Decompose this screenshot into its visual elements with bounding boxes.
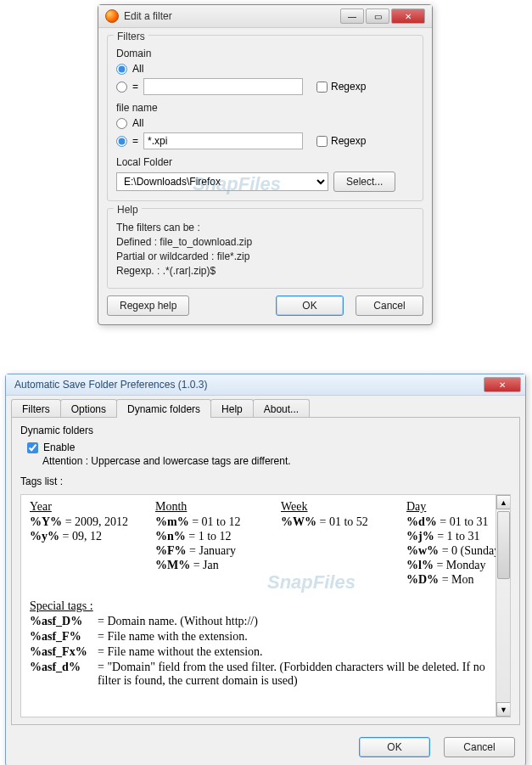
domain-all-label: All xyxy=(132,63,143,75)
tab-options[interactable]: Options xyxy=(60,399,117,418)
help-line: Partial or wildcarded : file*.zip xyxy=(116,250,414,262)
tab-panel: Dynamic folders Enable Attention : Upper… xyxy=(11,417,520,725)
select-folder-button[interactable]: Select... xyxy=(333,172,395,192)
enable-checkbox[interactable] xyxy=(27,442,38,453)
domain-label: Domain xyxy=(116,48,414,59)
regexp-help-button[interactable]: Regexp help xyxy=(107,295,189,316)
domain-all-radio[interactable] xyxy=(116,64,127,75)
filename-equals-radio[interactable] xyxy=(116,136,127,147)
year-column: Year %Y% = 2009, 2012 %y% = 09, 12 xyxy=(30,500,140,588)
section-label: Dynamic folders xyxy=(20,425,511,436)
domain-regexp-label: Regexp xyxy=(331,81,366,93)
titlebar: Edit a filter — ▭ ✕ xyxy=(98,5,432,28)
filename-input[interactable] xyxy=(143,132,303,149)
close-button[interactable]: ✕ xyxy=(484,377,521,392)
maximize-button[interactable]: ▭ xyxy=(366,8,389,24)
tagslist-label: Tags list : xyxy=(20,475,511,487)
cancel-button[interactable]: Cancel xyxy=(356,295,423,316)
month-column: Month %m% = 01 to 12 %n% = 1 to 12 %F% =… xyxy=(155,500,266,588)
enable-label: Enable xyxy=(43,442,75,453)
minimize-button[interactable]: — xyxy=(340,8,364,24)
help-group-title: Help xyxy=(114,204,142,216)
year-header: Year xyxy=(30,500,140,514)
tab-help[interactable]: Help xyxy=(210,399,254,418)
help-line: Regexp. : .*(.rar|.zip)$ xyxy=(116,265,414,277)
tabs: Filters Options Dynamic folders Help Abo… xyxy=(6,396,525,418)
special-tags-header: Special tags : xyxy=(30,599,501,613)
filters-group: SnapFiles Filters Domain All = Regexp xyxy=(107,35,423,201)
domain-regexp-checkbox[interactable] xyxy=(316,82,328,93)
week-header: Week xyxy=(281,500,391,514)
scroll-thumb[interactable] xyxy=(497,511,510,579)
tab-about[interactable]: About... xyxy=(253,399,310,418)
scrollbar[interactable]: ▲ ▼ xyxy=(496,495,510,717)
week-column: Week %W% = 01 to 52 xyxy=(281,500,391,588)
filename-regexp-checkbox[interactable] xyxy=(316,136,328,147)
help-line: Defined : file_to_download.zip xyxy=(116,236,414,248)
cancel-button[interactable]: Cancel xyxy=(444,737,515,757)
edit-filter-dialog: Edit a filter — ▭ ✕ SnapFiles Filters Do… xyxy=(98,4,433,325)
help-line: The filters can be : xyxy=(116,222,414,233)
filename-label: file name xyxy=(116,102,414,114)
filename-all-label: All xyxy=(132,117,143,129)
preferences-dialog: Automatic Save Folder Preferences (1.0.3… xyxy=(5,374,526,765)
localfolder-label: Local Folder xyxy=(116,156,414,168)
titlebar: Automatic Save Folder Preferences (1.0.3… xyxy=(6,374,525,396)
dialog-title: Edit a filter xyxy=(124,10,172,22)
dialog-title: Automatic Save Folder Preferences (1.0.3… xyxy=(14,379,207,391)
domain-input[interactable] xyxy=(143,78,303,95)
month-header: Month xyxy=(155,500,266,514)
filters-group-title: Filters xyxy=(114,31,148,42)
tab-filters[interactable]: Filters xyxy=(11,399,61,418)
tags-scroll-pane: SnapFiles Year %Y% = 2009, 2012 %y% = 09… xyxy=(20,494,511,717)
close-button[interactable]: ✕ xyxy=(391,8,425,24)
ok-button[interactable]: OK xyxy=(276,295,344,316)
filename-all-radio[interactable] xyxy=(116,118,127,129)
domain-equals-label: = xyxy=(132,81,138,93)
scroll-up-button[interactable]: ▲ xyxy=(496,495,511,509)
filename-regexp-label: Regexp xyxy=(331,135,366,147)
tab-dynamic-folders[interactable]: Dynamic folders xyxy=(116,399,211,418)
filename-equals-label: = xyxy=(132,135,138,147)
help-group: Help The filters can be : Defined : file… xyxy=(107,208,423,289)
domain-equals-radio[interactable] xyxy=(116,82,127,93)
scroll-down-button[interactable]: ▼ xyxy=(496,702,511,717)
ok-button[interactable]: OK xyxy=(359,737,430,757)
attention-note: Attention : Uppercase and lowercase tags… xyxy=(42,455,511,467)
localfolder-dropdown[interactable]: E:\Downloads\Firefox xyxy=(116,172,328,191)
firefox-icon xyxy=(105,9,119,23)
